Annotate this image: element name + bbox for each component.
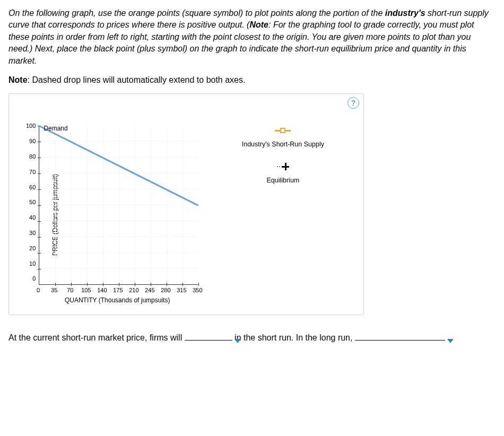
xtick: 315 (177, 287, 186, 293)
instr-bold-note: Note (249, 20, 268, 29)
note-label: Note (8, 75, 28, 84)
help-icon: ? (351, 99, 356, 107)
equilibrium-tool[interactable]: Equilibrium (230, 162, 336, 184)
xtick: 35 (49, 287, 59, 293)
ytick: 90 (26, 138, 36, 144)
graph-panel: ? PRICE (Dollars per jumpsuit) 100 90 80… (8, 93, 364, 315)
y-axis-label-wrap: PRICE (Dollars per jumpsuit) (14, 126, 26, 304)
black-plus-icon (230, 162, 336, 171)
chevron-down-icon (447, 339, 454, 343)
xtick: 245 (145, 287, 154, 293)
help-button[interactable]: ? (347, 97, 359, 109)
ytick: 70 (26, 169, 36, 175)
ytick: 80 (26, 153, 36, 160)
ytick: 30 (26, 230, 36, 236)
y-ticks: 100 90 80 70 60 50 40 30 20 10 0 (26, 123, 39, 282)
equilibrium-tool-label: Equilibrium (230, 177, 336, 184)
xtick: 140 (97, 287, 107, 293)
instructions-paragraph: On the following graph, use the orange p… (8, 7, 496, 67)
ytick: 100 (26, 123, 36, 129)
graph-tools-palette: Industry's Short-Run Supply Equilibrium (230, 126, 336, 304)
x-axis-label: QUANTITY (Thousands of jumpsuits) (65, 297, 170, 304)
ytick: 10 (26, 260, 36, 267)
supply-tool-label: Industry's Short-Run Supply (230, 141, 336, 148)
demand-line (39, 126, 199, 207)
note-line: Note: Dashed drop lines will automatical… (8, 74, 496, 86)
xtick: 350 (193, 287, 202, 293)
q-text2: in the short run. In the long run, (234, 333, 355, 342)
xtick: 0 (33, 287, 43, 293)
xtick: 210 (129, 287, 138, 293)
ytick: 20 (26, 245, 36, 251)
instr-bold-industry: industry's (385, 8, 425, 18)
demand-series-label: Demand (44, 125, 67, 132)
ytick: 0 (26, 275, 36, 282)
ytick: 60 (26, 184, 36, 190)
chevron-down-icon (234, 339, 241, 343)
dropdown-blank-1[interactable] (185, 340, 232, 341)
xtick: 70 (65, 287, 75, 293)
xtick: 280 (161, 287, 170, 293)
question-text: At the current short-run market price, f… (8, 331, 496, 345)
supply-tool[interactable]: Industry's Short-Run Supply (230, 126, 336, 148)
dropdown-blank-2[interactable] (355, 340, 445, 341)
plot-area[interactable]: Demand (39, 126, 198, 285)
x-ticks: 0 35 70 105 140 175 210 245 280 315 350 (38, 287, 197, 293)
ytick: 40 (26, 214, 36, 221)
q-text1: At the current short-run market price, f… (8, 333, 185, 342)
xtick: 105 (81, 287, 91, 293)
orange-square-icon (230, 126, 336, 135)
xtick: 175 (113, 287, 123, 293)
ytick: 50 (26, 199, 36, 205)
instr-text: On the following graph, use the orange p… (8, 8, 385, 18)
note-text: : Dashed drop lines will automatically e… (28, 75, 246, 84)
